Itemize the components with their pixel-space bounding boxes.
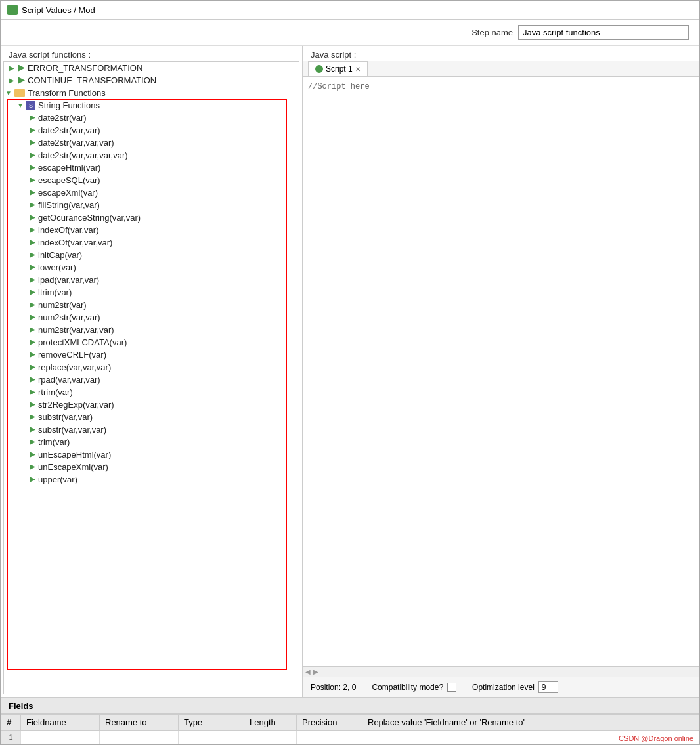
item-label-upper: upper(var) xyxy=(38,475,77,484)
func-icon-date2str4 xyxy=(30,153,35,158)
tree-item-date2str1[interactable]: date2str(var) xyxy=(4,112,299,124)
left-arrow[interactable]: ◀ xyxy=(303,668,313,675)
item-label-substr2: substr(var,var,var) xyxy=(38,425,106,435)
optlevel-input[interactable] xyxy=(538,681,558,693)
row-fieldname-1 xyxy=(21,731,100,744)
item-label-escapeHtml: escapeHtml(var) xyxy=(38,163,100,173)
tree-item-string[interactable]: S String Functions xyxy=(4,99,299,112)
optlevel-label: Optimization level xyxy=(472,683,535,692)
tree-item-upper[interactable]: upper(var) xyxy=(4,473,299,486)
step-name-label: Step name xyxy=(471,28,513,37)
tree-item-num2str1[interactable]: num2str(var) xyxy=(4,299,299,311)
script-bottom: Position: 2, 0 Compatibility mode? Optim… xyxy=(303,677,699,697)
tree-item-str2RegExp[interactable]: str2RegExp(var,var) xyxy=(4,398,299,411)
tree-container[interactable]: ▶ ERROR_TRANSFORMATION ▶ CONTINUE_TRANSF… xyxy=(3,61,299,694)
tree-item-escapeHtml[interactable]: escapeHtml(var) xyxy=(4,161,299,174)
compat-label: Compatibility mode? xyxy=(372,683,443,692)
item-label-str2RegExp: str2RegExp(var,var) xyxy=(38,400,114,410)
item-label-substr1: substr(var,var) xyxy=(38,412,93,422)
step-name-input[interactable] xyxy=(518,25,689,40)
col-header-length: Length xyxy=(244,715,297,731)
tree-item-num2str3[interactable]: num2str(var,var,var) xyxy=(4,324,299,336)
item-label-num2str1: num2str(var) xyxy=(38,300,87,310)
func-icon-protectXML xyxy=(30,340,35,345)
func-icon-upper xyxy=(30,477,35,482)
tree-item-date2str3[interactable]: date2str(var,var,var) xyxy=(4,137,299,149)
item-label-protectXML: protectXMLCDATA(var) xyxy=(38,337,127,347)
left-panel-label: Java script functions : xyxy=(1,46,302,61)
tree-item-continue[interactable]: ▶ CONTINUE_TRANSFORMATION xyxy=(4,74,299,87)
col-header-replace: Replace value 'Fieldname' or 'Rename to' xyxy=(362,715,699,731)
item-label-indexOf1: indexOf(var,var) xyxy=(38,225,98,235)
window-title: Script Values / Mod xyxy=(22,5,95,15)
compat-checkbox[interactable] xyxy=(447,683,456,692)
script-editor[interactable]: //Script here xyxy=(303,77,699,666)
tree-item-initCap[interactable]: initCap(var) xyxy=(4,249,299,261)
func-icon-unEscapeHtml xyxy=(30,452,35,458)
func-icon-rtrim xyxy=(30,390,35,395)
watermark: CSDN @Dragon online xyxy=(619,734,693,742)
item-label-getOcurance: getOcuranceString(var,var) xyxy=(38,213,141,223)
right-arrow[interactable]: ▶ xyxy=(313,668,318,675)
position-text: Position: 2, 0 xyxy=(311,683,356,692)
tree-item-escapeSQL[interactable]: escapeSQL(var) xyxy=(4,174,299,186)
tree-item-replace[interactable]: replace(var,var,var) xyxy=(4,361,299,373)
func-icon-rpad xyxy=(30,377,35,383)
func-icon-substr1 xyxy=(30,415,35,420)
item-label-continue: CONTINUE_TRANSFORMATION xyxy=(28,75,156,85)
tree-item-rpad[interactable]: rpad(var,var,var) xyxy=(4,373,299,386)
func-icon-num2str2 xyxy=(30,315,35,320)
fields-section: Fields # Fieldname Rename to Type Length… xyxy=(1,697,699,744)
tree-item-substr2[interactable]: substr(var,var,var) xyxy=(4,423,299,436)
tree-item-lpad[interactable]: lpad(var,var,var) xyxy=(4,274,299,286)
item-label-escapeXml: escapeXml(var) xyxy=(38,188,98,198)
func-icon-trim xyxy=(30,440,35,445)
row-precision-1 xyxy=(297,731,362,744)
tree-item-transform[interactable]: Transform Functions xyxy=(4,87,299,99)
func-icon-num2str1 xyxy=(30,303,35,308)
tree-item-trim[interactable]: trim(var) xyxy=(4,436,299,448)
tree-item-ltrim[interactable]: ltrim(var) xyxy=(4,286,299,299)
main-window: Script Values / Mod Step name Java scrip… xyxy=(0,0,700,745)
tree-item-rtrim[interactable]: rtrim(var) xyxy=(4,386,299,398)
item-label-replace: replace(var,var,var) xyxy=(38,362,111,372)
item-label-trim: trim(var) xyxy=(38,437,70,447)
tree-item-indexOf1[interactable]: indexOf(var,var) xyxy=(4,224,299,236)
tree-item-unEscapeXml[interactable]: unEscapeXml(var) xyxy=(4,461,299,473)
arrow-transform xyxy=(5,89,13,97)
tree-item-protectXML[interactable]: protectXMLCDATA(var) xyxy=(4,336,299,349)
func-icon-continue xyxy=(18,77,25,84)
func-icon-initCap xyxy=(30,253,35,258)
tree-item-date2str4[interactable]: date2str(var,var,var,var) xyxy=(4,149,299,161)
tree-item-num2str2[interactable]: num2str(var,var) xyxy=(4,311,299,324)
func-icon-lpad xyxy=(30,278,35,283)
item-label-transform: Transform Functions xyxy=(28,88,106,98)
tree-item-escapeXml[interactable]: escapeXml(var) xyxy=(4,186,299,199)
func-icon-ltrim xyxy=(30,290,35,295)
optlevel-row: Optimization level xyxy=(472,681,558,693)
fields-header: Fields xyxy=(1,698,699,714)
tree-item-lower[interactable]: lower(var) xyxy=(4,261,299,274)
func-icon-unEscapeXml xyxy=(30,465,35,470)
script-tab-close[interactable]: ✕ xyxy=(355,66,361,73)
tree-item-indexOf2[interactable]: indexOf(var,var,var) xyxy=(4,236,299,249)
item-label-rtrim: rtrim(var) xyxy=(38,387,73,397)
tree-item-removeCRLF[interactable]: removeCRLF(var) xyxy=(4,349,299,361)
tree-item-date2str2[interactable]: date2str(var,var) xyxy=(4,124,299,137)
tree-item-error[interactable]: ▶ ERROR_TRANSFORMATION xyxy=(4,62,299,74)
tree-item-substr1[interactable]: substr(var,var) xyxy=(4,411,299,423)
row-rename-1 xyxy=(100,731,179,744)
func-icon-indexOf2 xyxy=(30,240,35,245)
col-header-fieldname: Fieldname xyxy=(21,715,100,731)
item-label-escapeSQL: escapeSQL(var) xyxy=(38,175,100,185)
item-label-num2str3: num2str(var,var,var) xyxy=(38,325,114,335)
tree-item-fillString[interactable]: fillString(var,var) xyxy=(4,199,299,211)
item-label-date2str2: date2str(var,var) xyxy=(38,125,100,135)
col-header-precision: Precision xyxy=(297,715,362,731)
script-tab-1[interactable]: Script 1 ✕ xyxy=(308,61,368,76)
func-icon-str2RegExp xyxy=(30,402,35,408)
horiz-scrollbar[interactable]: ◀ ▶ xyxy=(303,666,699,677)
tree-item-unEscapeHtml[interactable]: unEscapeHtml(var) xyxy=(4,448,299,461)
string-func-icon: S xyxy=(26,101,35,110)
tree-item-getOcurance[interactable]: getOcuranceString(var,var) xyxy=(4,211,299,224)
